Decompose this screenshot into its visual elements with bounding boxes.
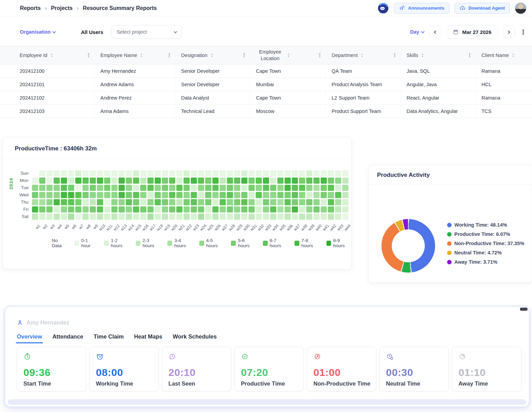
heatmap-cell (292, 199, 298, 205)
heatmap-legend-label: 0-1 hour (81, 238, 97, 248)
heatmap-cell (292, 178, 298, 184)
date-picker[interactable]: Mar 27 2026 (446, 25, 498, 39)
sort-icon[interactable] (512, 53, 515, 57)
breadcrumb-item[interactable]: Projects (51, 5, 73, 11)
column-header[interactable]: Department⋮ (326, 46, 401, 64)
pie-legend-item[interactable]: Non-Productive Time: 37.35% (447, 241, 524, 246)
pie-legend-item[interactable]: Away Time: 3.71% (447, 259, 524, 265)
heatmap-cell (162, 185, 168, 191)
column-menu-icon[interactable]: ⋮ (242, 52, 247, 58)
pie-legend-item[interactable]: Neutral Time: 4.72% (447, 250, 524, 255)
column-menu-icon[interactable]: ⋮ (467, 52, 472, 58)
pie-legend-item[interactable]: Productive Time: 6.07% (447, 231, 524, 237)
next-date-button[interactable] (503, 26, 515, 38)
heatmap-cell (313, 192, 320, 198)
column-menu-icon[interactable]: ⋮ (167, 52, 172, 58)
panel-scrollbar-thumb[interactable] (520, 308, 528, 311)
heatmap-cell (277, 214, 284, 220)
heatmap-day-label: Fri (3, 206, 32, 214)
heatmap-cell (61, 170, 67, 176)
project-select[interactable]: Select project (111, 25, 182, 39)
heatmap-cell (140, 192, 146, 198)
heatmap-cell (270, 192, 276, 198)
heatmap-legend-label: No Data (52, 238, 68, 248)
productive-activity-card: Productive Activity Working Time: 48.14%… (368, 165, 532, 283)
heatmap-cell (342, 170, 348, 176)
heatmap-legend-label: 5-6 hours (238, 238, 256, 248)
table-row[interactable]: 202412102Andrew PerezData AnalystCape To… (0, 91, 532, 105)
date-controls: Day Mar 27 2026 ⋮ (410, 25, 527, 39)
prev-date-button[interactable] (429, 26, 441, 38)
breadcrumb-item[interactable]: Resource Summary Reports (83, 5, 157, 11)
sort-icon[interactable] (50, 53, 53, 57)
pie-legend-item[interactable]: Working Time: 48.14% (447, 222, 524, 228)
heatmap-cell (248, 206, 255, 213)
heatmap-legend-label: 7-8 hours (301, 238, 320, 248)
column-menu-icon[interactable]: ⋮ (392, 52, 397, 58)
heatmap-cell (39, 178, 45, 184)
column-header-label: Designation (181, 52, 208, 59)
sort-icon[interactable] (361, 53, 364, 57)
heatmap-cell (299, 170, 305, 176)
pie-legend-label: Working Time: 48.14% (454, 222, 507, 228)
tab-attendance[interactable]: Attendance (52, 333, 83, 343)
heatmap-cell (205, 206, 211, 213)
heatmap-cell (104, 185, 110, 191)
table-row[interactable]: 202412101Andrew AdamsSenior DeveloperMum… (0, 78, 532, 91)
heatmap-cell (248, 170, 255, 176)
panel-scrollbar-track[interactable] (8, 399, 526, 405)
table-body: 202412100Amy HernandezSenior DeveloperCa… (0, 65, 532, 118)
column-header-label: Employee Location (256, 49, 284, 62)
table-cell: Ramana (476, 65, 532, 78)
breadcrumb-item[interactable]: Reports (20, 5, 41, 11)
heatmap-cell (306, 192, 312, 198)
heatmap-legend-item: 3-4 hours (167, 238, 192, 248)
heatmap-cell (306, 206, 312, 213)
column-header[interactable]: Skills⋮ (401, 46, 476, 64)
column-header[interactable]: Designation⋮ (175, 46, 250, 64)
all-users-filter[interactable]: All Users (81, 29, 103, 35)
heatmap-cell (205, 192, 211, 198)
app-logo[interactable] (377, 2, 389, 14)
heatmap-cell (111, 206, 118, 213)
column-menu-icon[interactable]: ⋮ (317, 52, 322, 58)
tab-work-schedules[interactable]: Work Schedules (173, 333, 217, 343)
heatmap-legend-label: 4-5 hours (206, 238, 224, 248)
tab-heat-maps[interactable]: Heat Maps (134, 333, 163, 343)
sort-icon[interactable] (287, 53, 290, 57)
sort-icon[interactable] (140, 53, 143, 57)
table-cell: Angular, Java (401, 78, 476, 91)
stat-value: 01:00 (313, 367, 370, 378)
tab-time-claim[interactable]: Time Claim (93, 333, 124, 343)
calendar-icon (453, 29, 459, 35)
heatmap-cell (270, 185, 276, 191)
heatmap-cell (32, 178, 38, 184)
heatmap-cell (155, 178, 161, 184)
column-header[interactable]: Employee Location⋮ (250, 46, 326, 64)
column-menu-icon[interactable]: ⋮ (86, 52, 91, 58)
column-header[interactable]: Employee Id⋮ (14, 46, 95, 64)
table-cell: Amy Hernandez (95, 65, 175, 78)
heatmap-cell (133, 206, 139, 213)
user-avatar[interactable] (515, 2, 527, 14)
heatmap-day-label: Sun (3, 170, 32, 178)
organisation-dropdown[interactable]: Organisation (20, 29, 55, 35)
column-header[interactable]: Employee Name⋮ (95, 46, 175, 64)
announcements-button[interactable]: Announcements (394, 3, 450, 14)
heatmap-cell (321, 170, 327, 176)
table-row[interactable]: 202412103Anna AdamsTechnical LeadMoscowP… (0, 105, 532, 118)
sort-icon[interactable] (421, 53, 424, 57)
period-dropdown[interactable]: Day (410, 29, 424, 35)
tab-overview[interactable]: Overview (17, 333, 42, 343)
table-row[interactable]: 202412100Amy HernandezSenior DeveloperCa… (0, 65, 532, 78)
more-options-icon[interactable]: ⋮ (520, 29, 527, 35)
sort-icon[interactable] (210, 53, 213, 57)
download-agent-button[interactable]: Download Agent (454, 3, 510, 14)
heatmap-cell (328, 178, 334, 184)
heatmap-legend-item: 8-9 hours (326, 238, 351, 248)
donut-chart[interactable] (381, 219, 435, 273)
column-header[interactable]: Client Name (476, 46, 532, 64)
stopwatch-icon (23, 353, 80, 362)
heatmap-day-label: Sat (3, 214, 32, 221)
pie-legend-label: Non-Productive Time: 37.35% (454, 241, 524, 246)
